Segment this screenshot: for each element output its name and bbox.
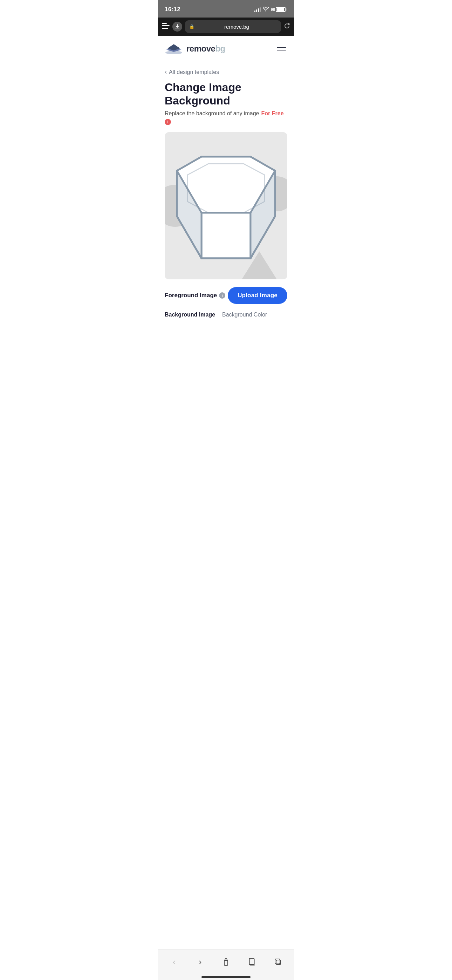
site-header: removebg (158, 36, 294, 62)
battery-text: 98 (271, 7, 275, 11)
svg-rect-7 (202, 213, 250, 258)
browser-address-bar[interactable]: 🔒 remove.bg (185, 20, 281, 33)
signal-icon (255, 7, 261, 12)
breadcrumb-label: All design templates (169, 69, 219, 75)
upload-image-button[interactable]: Upload Image (228, 287, 287, 304)
status-icons: 98 (255, 7, 287, 13)
preview-area (165, 132, 287, 279)
for-free-info-icon[interactable]: i (165, 119, 171, 125)
subtitle-text: Replace the background of any image (165, 110, 259, 117)
hamburger-line-1 (277, 47, 286, 48)
browser-download-icon[interactable] (172, 22, 182, 32)
logo-text: removebg (186, 44, 225, 54)
background-section: Background Image Background Color (158, 312, 294, 322)
status-bar: 16:12 98 (158, 0, 294, 18)
svg-rect-1 (162, 25, 170, 26)
browser-tabs-list-icon[interactable] (162, 23, 170, 31)
foreground-image-label: Foreground Image i (165, 292, 225, 299)
action-row: Foreground Image i Upload Image (158, 279, 294, 312)
page-subtitle: Replace the background of any image For … (165, 110, 287, 125)
foreground-label-text: Foreground Image (165, 292, 217, 299)
background-color-tab[interactable]: Background Color (222, 312, 267, 318)
page-title-section: Change Image Background Replace the back… (158, 78, 294, 132)
logo-icon (165, 42, 183, 56)
battery-icon: 98 (271, 7, 287, 12)
status-time: 16:12 (165, 6, 180, 13)
breadcrumb-chevron-icon: ‹ (165, 68, 167, 76)
page-content: removebg ‹ All design templates Change I… (158, 36, 294, 322)
lock-icon: 🔒 (189, 24, 194, 29)
svg-rect-2 (162, 28, 168, 29)
preview-3d-box (170, 143, 282, 269)
browser-bar: 🔒 remove.bg (158, 18, 294, 36)
background-image-tab[interactable]: Background Image (165, 312, 215, 318)
browser-refresh-icon[interactable] (284, 23, 290, 30)
hamburger-line-2 (277, 50, 286, 51)
for-free-label: For Free (261, 110, 284, 117)
wifi-icon (263, 7, 269, 13)
hamburger-menu-button[interactable] (275, 46, 287, 52)
breadcrumb[interactable]: ‹ All design templates (158, 62, 294, 78)
svg-rect-0 (162, 23, 167, 24)
foreground-info-icon[interactable]: i (219, 292, 225, 299)
logo-container[interactable]: removebg (165, 42, 225, 56)
browser-url: remove.bg (197, 24, 277, 30)
page-title: Change Image Background (165, 81, 287, 108)
